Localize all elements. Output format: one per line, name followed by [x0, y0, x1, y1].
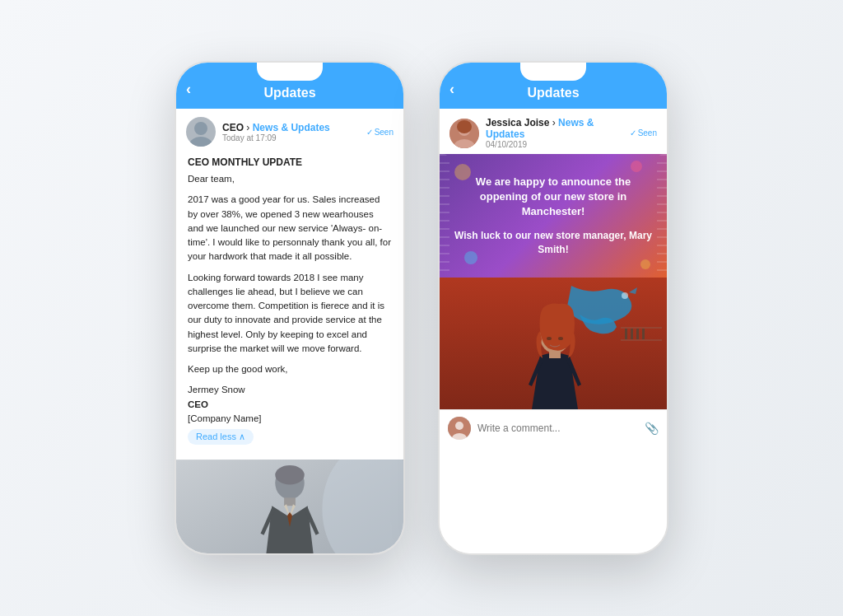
post-sender-left: CEO › News & Updates [222, 122, 360, 133]
attach-icon-right[interactable]: 📎 [645, 422, 659, 435]
svg-rect-20 [636, 329, 639, 339]
post-time-left: Today at 17:09 [222, 133, 360, 142]
phone-left: ‹ Updates CEO › News & Updates [175, 61, 405, 555]
announcement-sub-text: Wish luck to our new store manager, Mary… [453, 229, 654, 257]
post-date-right: 04/10/2019 [486, 140, 623, 149]
wave-left [440, 154, 449, 278]
read-less-button[interactable]: Read less ∧ [188, 429, 254, 445]
avatar-ceo [186, 117, 216, 147]
comment-input-right[interactable] [477, 422, 638, 434]
phone-notch-left [257, 63, 323, 81]
svg-rect-17 [621, 339, 662, 341]
header-title-right: Updates [527, 86, 579, 100]
deco-2 [631, 161, 642, 172]
phone-body-right[interactable]: Jessica Joise › News & Updates 04/10/201… [440, 109, 667, 553]
svg-point-15 [622, 292, 628, 299]
jessica-svg [440, 278, 667, 409]
announcement-main-text: We are happy to announce the oppening of… [453, 175, 654, 220]
post-title: CEO MONTHLY UPDATE [188, 155, 392, 170]
ceo-image [176, 460, 403, 553]
svg-rect-6 [284, 497, 296, 506]
phone-right: ‹ Updates Jessica Joise [438, 61, 668, 555]
post-signature: Jermey Snow CEO [Company Name] [188, 383, 392, 426]
post-header-right: Jessica Joise › News & Updates 04/10/201… [440, 109, 667, 154]
post-sender-right: Jessica Joise › News & Updates [486, 117, 623, 140]
svg-point-0 [194, 122, 207, 135]
post-body-close: Keep up the good work, [188, 362, 392, 376]
wave-right [657, 154, 667, 278]
deco-4 [640, 259, 650, 269]
post-meta-right: Jessica Joise › News & Updates 04/10/201… [486, 117, 623, 149]
jessica-photo [440, 278, 667, 409]
header-title-left: Updates [263, 86, 315, 100]
svg-rect-16 [621, 327, 662, 329]
main-scene: ‹ Updates CEO › News & Updates [142, 28, 701, 588]
commenter-avatar-right [448, 417, 471, 440]
phone-notch-right [520, 63, 586, 81]
svg-point-5 [275, 465, 304, 485]
svg-rect-19 [631, 329, 633, 339]
svg-point-23 [547, 337, 552, 340]
post-body-line1: Dear team, [188, 172, 392, 186]
svg-point-1 [189, 137, 212, 147]
svg-point-27 [455, 422, 463, 430]
back-button-left[interactable]: ‹ [186, 81, 191, 98]
post-header-left: CEO › News & Updates Today at 17:09 Seen [176, 109, 403, 152]
post-body-para1: 2017 was a good year for us. Sales incre… [188, 193, 392, 264]
post-body-para2: Looking forward towards 2018 I see many … [188, 271, 392, 357]
svg-rect-18 [625, 329, 627, 339]
ceo-photo [176, 460, 403, 553]
phone-body-left[interactable]: CEO › News & Updates Today at 17:09 Seen… [176, 109, 403, 553]
seen-badge-left: Seen [366, 128, 394, 137]
avatar-jessica [449, 119, 479, 148]
svg-rect-25 [549, 352, 561, 358]
svg-rect-21 [642, 329, 645, 339]
store-announcement-banner: We are happy to announce the oppening of… [440, 154, 667, 278]
svg-point-13 [457, 120, 472, 133]
seen-badge-right: Seen [630, 128, 657, 138]
svg-point-24 [558, 337, 563, 340]
post-meta-left: CEO › News & Updates Today at 17:09 [222, 122, 360, 142]
svg-point-3 [322, 460, 403, 553]
back-button-right[interactable]: ‹ [449, 81, 454, 98]
ceo-svg [176, 460, 403, 553]
post-content-left: CEO MONTHLY UPDATE Dear team, 2017 was a… [176, 152, 403, 460]
comment-bar-right: 📎 [440, 409, 667, 446]
